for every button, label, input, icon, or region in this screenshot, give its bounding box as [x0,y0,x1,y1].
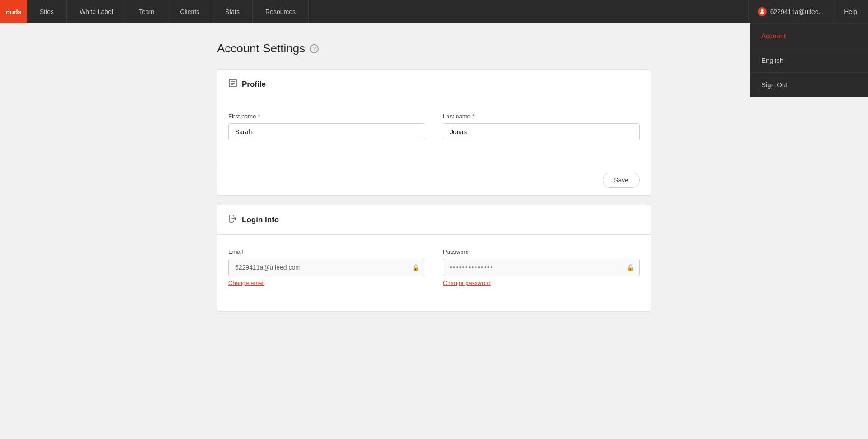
help-button[interactable]: Help [833,0,868,23]
first-name-group: First name * [228,113,425,140]
first-name-label: First name * [228,113,425,120]
profile-card: Profile First name * Last name * [217,69,651,196]
dropdown-english[interactable]: English [750,48,868,73]
nav-white-label[interactable]: White Label [67,0,126,23]
email-group: Email 🔒 Change email [228,248,425,287]
navbar-right: 6229411a@uifee... Help [748,0,868,23]
nav-stats[interactable]: Stats [212,0,253,23]
login-card-title: Login Info [242,215,279,224]
password-group: Password 🔒 Change password [443,248,640,287]
navbar: duda Sites White Label Team Clients Stat… [0,0,868,23]
password-label: Password [443,248,640,255]
user-avatar-icon [758,7,767,16]
page-title-row: Account Settings ? [217,42,651,56]
last-name-input[interactable] [443,123,640,140]
first-name-required: * [258,113,260,120]
password-input[interactable] [443,259,640,276]
person-icon [760,9,765,14]
nav-resources[interactable]: Resources [253,0,309,23]
user-email-label: 6229411a@uifee... [770,8,824,15]
nav-items: Sites White Label Team Clients Stats Res… [27,0,748,23]
nav-team[interactable]: Team [126,0,167,23]
login-card: Login Info Email 🔒 Change email Password… [217,205,651,312]
profile-card-footer: Save [217,165,651,195]
dropdown-signout[interactable]: Sign Out [750,73,868,97]
change-email-link[interactable]: Change email [228,280,264,286]
email-input-wrapper: 🔒 [228,259,425,276]
nav-sites[interactable]: Sites [27,0,67,23]
email-input[interactable] [228,259,425,276]
first-name-input[interactable] [228,123,425,140]
profile-icon [228,79,237,90]
save-button[interactable]: Save [603,173,640,188]
page-help-icon[interactable]: ? [310,44,319,53]
nav-clients[interactable]: Clients [167,0,212,23]
login-card-header: Login Info [217,205,651,235]
email-label: Email [228,248,425,255]
profile-card-header: Profile [217,70,651,99]
last-name-group: Last name * [443,113,640,140]
password-lock-icon: 🔒 [627,264,634,271]
email-lock-icon: 🔒 [412,264,420,271]
main-content: Account Settings ? Profile First name [208,23,660,339]
logo[interactable]: duda [0,0,27,23]
profile-name-row: First name * Last name * [228,113,640,140]
change-password-link[interactable]: Change password [443,280,491,286]
password-input-wrapper: 🔒 [443,259,640,276]
dropdown-account[interactable]: Account [750,24,868,48]
profile-card-title: Profile [242,80,266,89]
page-title: Account Settings [217,42,305,56]
svg-point-0 [761,9,763,12]
last-name-required: * [472,113,475,120]
profile-card-body: First name * Last name * [217,99,651,165]
user-dropdown-menu: Account English Sign Out [750,23,868,97]
login-icon [228,214,237,225]
login-fields-row: Email 🔒 Change email Password 🔒 Change p… [228,248,640,287]
user-menu-button[interactable]: 6229411a@uifee... [748,0,833,23]
last-name-label: Last name * [443,113,640,120]
login-card-body: Email 🔒 Change email Password 🔒 Change p… [217,235,651,311]
